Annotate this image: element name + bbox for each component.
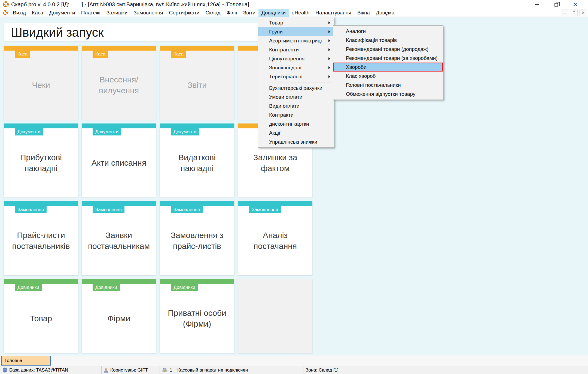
tile-label: Видаткові накладні xyxy=(163,128,231,197)
quick-launch-tile[interactable]: ДокументиВидаткові накладні xyxy=(160,123,234,197)
restore-button[interactable] xyxy=(547,0,566,9)
menubar-item-Склад[interactable]: Склад xyxy=(202,9,223,17)
quick-launch-tile[interactable]: ДовідникиПриватні особи (Фірми) xyxy=(160,279,234,353)
submenu-item-Клас хвороб[interactable]: Клас хвороб xyxy=(333,72,443,81)
quick-launch-tile[interactable]: ДовідникиТовар xyxy=(4,279,78,353)
dropdown-item-Бухгалтерські рахунки[interactable]: Бухгалтерські рахунки xyxy=(258,84,334,92)
dropdown-item-Асортиментні матриці[interactable]: Асортиментні матриці xyxy=(258,36,334,45)
quick-launch-tile[interactable]: ЗамовленняПрайс-листи постачальників xyxy=(4,201,78,275)
quick-launch-tile[interactable]: ЗамовленняАналіз постачання xyxy=(238,201,312,275)
status-text: Кассовый аппарат не подключен xyxy=(177,367,248,373)
dropdown-item-Контрагенти[interactable]: Контрагенти xyxy=(258,45,334,54)
tile-color-bar xyxy=(4,279,78,284)
quick-launch-tile[interactable]: ДовідникиФірми xyxy=(82,279,156,353)
dropdown-item-Товар[interactable]: Товар xyxy=(258,18,334,27)
quick-launch-tile[interactable]: КасаВнесення/вилучення xyxy=(82,46,156,120)
tile-label: Акти списання xyxy=(84,128,153,197)
titlebar: Скарб pro v. 4.0.0.2 [ІД: ] - [Апт №003 … xyxy=(0,0,588,9)
tile-label: Внесення/вилучення xyxy=(84,51,153,120)
menubar: ВихідКасаДокументиПлатежіЗалишкиЗамовлен… xyxy=(0,9,588,17)
status-section: База даних: TASA3@TITAN xyxy=(0,366,102,374)
quick-launch-tile[interactable]: ЗамовленняЗамовлення з прайс-листів xyxy=(160,201,234,275)
dovidnyky-dropdown-menu: ТоварГрупиАсортиментні матриціКонтрагент… xyxy=(258,17,334,148)
mdi-restore-button[interactable] xyxy=(570,10,578,16)
dropdown-item-Контракти[interactable]: Контракти xyxy=(258,110,334,119)
submenu-arrow-icon xyxy=(328,75,330,78)
menubar-item-Залишки[interactable]: Залишки xyxy=(103,9,130,17)
dropdown-item-Акції[interactable]: Акції xyxy=(258,128,334,137)
quick-launch-tile[interactable]: ДокументиАкти списання xyxy=(82,123,156,197)
dropdown-item-Зовнішні дані[interactable]: Зовнішні дані xyxy=(258,63,334,72)
dropdown-item-label: Групи xyxy=(269,29,283,35)
menubar-item-Замовлення[interactable]: Замовлення xyxy=(130,9,166,17)
tile-color-bar xyxy=(160,123,234,128)
tile-color-bar xyxy=(4,201,78,206)
menubar-item-Вікна[interactable]: Вікна xyxy=(354,9,373,17)
tile-color-bar xyxy=(82,201,156,206)
menubar-item-Вихід[interactable]: Вихід xyxy=(10,9,29,17)
grupy-submenu: АналогиКласифікація товарівРекомендовані… xyxy=(333,25,443,100)
user-icon xyxy=(104,367,108,373)
quick-launch-tile[interactable]: КасаЧеки xyxy=(4,46,78,120)
submenu-arrow-icon xyxy=(328,57,330,60)
tile-color-bar xyxy=(160,279,234,284)
status-text: 1 xyxy=(170,367,172,373)
tile-label: Чеки xyxy=(7,51,75,120)
dropdown-item-label: Асортиментні матриці xyxy=(269,38,322,44)
submenu-item-Обмеження відпустки товару[interactable]: Обмеження відпустки товару xyxy=(333,89,443,98)
submenu-arrow-icon xyxy=(328,48,330,51)
tile-color-bar xyxy=(82,123,156,128)
mdi-close-button[interactable]: × xyxy=(579,10,587,16)
quick-launch-tile[interactable]: ЗамовленняЗаявки постачальникам xyxy=(82,201,156,275)
quick-launch-tile[interactable]: ДокументиПрибуткові накладні xyxy=(4,123,78,197)
mdi-close-icon: × xyxy=(582,10,584,15)
menubar-item-Філії[interactable]: Філії xyxy=(223,9,240,17)
menubar-item-Довідники[interactable]: Довідники xyxy=(258,9,289,17)
menubar-item-Звіти[interactable]: Звіти xyxy=(240,9,258,17)
submenu-item-Рекомендовані товари (за хворобами)[interactable]: Рекомендовані товари (за хворобами) xyxy=(333,54,443,63)
dropdown-item-label: Контракти xyxy=(269,112,294,118)
submenu-item-Рекомендовані товари (допродаж)[interactable]: Рекомендовані товари (допродаж) xyxy=(333,45,443,54)
minimize-button[interactable] xyxy=(528,0,547,9)
dropdown-item-Види оплати[interactable]: Види оплати xyxy=(258,101,334,110)
application-window: Скарб pro v. 4.0.0.2 [ІД: ] - [Апт №003 … xyxy=(0,0,588,374)
restore-icon xyxy=(555,3,558,7)
dropdown-item-Територіальні[interactable]: Територіальні xyxy=(258,72,334,81)
mdi-minimize-button[interactable] xyxy=(561,10,568,16)
dropdown-item-label: Види оплати xyxy=(269,103,300,109)
menubar-item-eHealth[interactable]: eHealth xyxy=(289,9,313,17)
dropdown-item-дисконтні картки[interactable]: дисконтні картки xyxy=(258,119,334,128)
tile-color-bar xyxy=(4,123,78,128)
submenu-item-Класифікація товарів[interactable]: Класифікація товарів xyxy=(333,36,443,45)
submenu-arrow-icon xyxy=(328,30,330,33)
menubar-item-Каса[interactable]: Каса xyxy=(29,9,46,17)
close-button[interactable]: × xyxy=(566,0,585,9)
status-text: Користувач: GIFT xyxy=(110,367,148,373)
status-section: 1 xyxy=(160,366,175,374)
quick-launch-tile xyxy=(238,279,312,353)
tile-color-bar xyxy=(238,201,312,206)
mdi-restore-icon xyxy=(573,11,575,14)
window-controls: × xyxy=(528,0,588,9)
mdi-window-controls: × xyxy=(561,10,588,16)
tile-label: Звіти xyxy=(163,51,231,120)
submenu-item-Хвороби[interactable]: Хвороби xyxy=(333,63,443,72)
tab-home[interactable]: Головна xyxy=(1,356,51,366)
dropdown-item-Ціноутворення[interactable]: Ціноутворення xyxy=(258,54,334,63)
submenu-item-Аналоги[interactable]: Аналоги xyxy=(333,27,443,36)
quick-launch-tile[interactable]: КасаЗвіти xyxy=(160,46,234,120)
mdi-minimize-icon xyxy=(563,14,566,14)
dropdown-item-Умови оплати[interactable]: Умови оплати xyxy=(258,92,334,101)
dropdown-item-Управлінські знижки[interactable]: Управлінські знижки xyxy=(258,137,334,146)
menubar-item-Платежі[interactable]: Платежі xyxy=(78,9,103,17)
menubar-item-Сертифікати[interactable]: Сертифікати xyxy=(166,9,203,17)
dropdown-item-Групи[interactable]: Групи xyxy=(258,27,334,36)
tile-label: Заявки постачальникам xyxy=(84,206,153,275)
tile-label: Приватні особи (Фірми) xyxy=(163,284,231,353)
menubar-item-Документи[interactable]: Документи xyxy=(46,9,78,17)
menubar-item-Довідка[interactable]: Довідка xyxy=(373,9,397,17)
submenu-item-Головні постачальники[interactable]: Головні постачальники xyxy=(333,81,443,89)
dropdown-item-label: Умови оплати xyxy=(269,94,302,100)
cash-register-icon xyxy=(162,367,168,373)
menubar-item-Налаштування[interactable]: Налаштування xyxy=(312,9,354,17)
